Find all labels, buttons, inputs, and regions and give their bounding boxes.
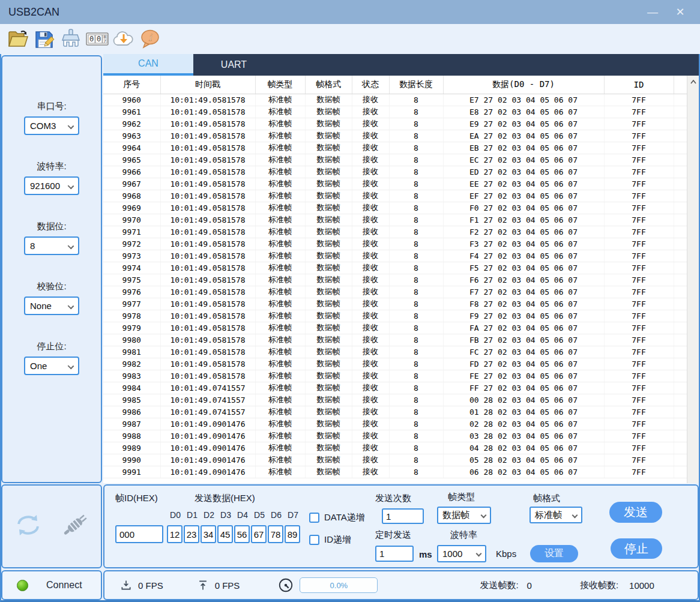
cell-frame-type: 标准帧 bbox=[255, 382, 305, 394]
table-row[interactable]: 996110:01:49.0581578标准帧数据帧接收8E8 27 02 03… bbox=[103, 106, 687, 118]
data-increment-option[interactable]: DATA递增 bbox=[309, 512, 365, 523]
cell-status: 接收 bbox=[352, 250, 389, 262]
table-row[interactable]: 996810:01:49.0581578标准帧数据帧接收8EF 27 02 03… bbox=[103, 190, 687, 202]
tab-uart[interactable]: UART bbox=[193, 54, 274, 76]
table-row[interactable]: 997010:01:49.0581578标准帧数据帧接收8F1 27 02 03… bbox=[103, 214, 687, 226]
cell-dlc: 8 bbox=[389, 238, 443, 250]
config-button[interactable]: 设置 bbox=[530, 545, 578, 562]
connect-bar[interactable]: Connect bbox=[1, 570, 102, 600]
cell-timestamp: 10:01:49.0581578 bbox=[160, 142, 255, 154]
save-file-icon[interactable] bbox=[32, 27, 56, 51]
table-row[interactable]: 997210:01:49.0581578标准帧数据帧接收8F3 27 02 03… bbox=[103, 238, 687, 250]
frame-id-input[interactable] bbox=[115, 525, 163, 543]
cell-seq: 9978 bbox=[103, 310, 160, 322]
parity-select[interactable]: None bbox=[24, 296, 79, 315]
frame-format-label: 帧格式 bbox=[533, 493, 560, 504]
send-data-label: 发送数据(HEX) bbox=[195, 493, 255, 504]
table-row[interactable]: 998310:01:49.0581578标准帧数据帧接收8FE 27 02 03… bbox=[103, 370, 687, 382]
cell-seq: 9972 bbox=[103, 238, 160, 250]
cell-dlc: 8 bbox=[389, 250, 443, 262]
serial-port-value: COM3 bbox=[30, 121, 56, 131]
table-row[interactable]: 998810:01:49.0901476标准帧数据帧接收803 28 02 03… bbox=[103, 430, 687, 442]
table-row[interactable]: 996510:01:49.0581578标准帧数据帧接收8EC 27 02 03… bbox=[103, 154, 687, 166]
table-row[interactable]: 998510:01:49.0741557标准帧数据帧接收800 28 02 03… bbox=[103, 394, 687, 406]
frame-type-select[interactable]: 数据帧 bbox=[437, 507, 491, 524]
serial-port-select[interactable]: COM3 bbox=[24, 116, 79, 135]
table-row[interactable]: 998710:01:49.0901476标准帧数据帧接收802 28 02 03… bbox=[103, 418, 687, 430]
close-button[interactable]: ✕ bbox=[666, 0, 694, 24]
table-row[interactable]: 996610:01:49.0581578标准帧数据帧接收8ED 27 02 03… bbox=[103, 166, 687, 178]
byte-input-d4[interactable] bbox=[234, 525, 250, 543]
table-row[interactable]: 997710:01:49.0581578标准帧数据帧接收8F8 27 02 03… bbox=[103, 298, 687, 310]
id-increment-checkbox[interactable] bbox=[309, 535, 319, 545]
scroll-up-arrow[interactable] bbox=[687, 76, 699, 88]
table-row[interactable]: 998410:01:49.0741557标准帧数据帧接收8FF 27 02 03… bbox=[103, 382, 687, 394]
byte-input-d2[interactable] bbox=[201, 525, 216, 543]
table-row[interactable]: 999110:01:49.0901476标准帧数据帧接收806 28 02 03… bbox=[103, 466, 687, 478]
cell-frame-format: 数据帧 bbox=[305, 406, 352, 418]
timed-send-input[interactable] bbox=[375, 546, 414, 562]
table-row[interactable]: 997810:01:49.0581578标准帧数据帧接收8F9 27 02 03… bbox=[103, 310, 687, 322]
open-file-icon[interactable] bbox=[6, 27, 30, 51]
stop-bits-select[interactable]: One bbox=[24, 357, 79, 375]
connector-plug-icon[interactable] bbox=[59, 511, 91, 541]
about-info-icon[interactable]: i bbox=[138, 27, 162, 51]
cell-status: 接收 bbox=[352, 346, 389, 358]
table-row[interactable]: 997310:01:49.0581578标准帧数据帧接收8F4 27 02 03… bbox=[103, 250, 687, 262]
table-row[interactable]: 996910:01:49.0581578标准帧数据帧接收8F0 27 02 03… bbox=[103, 202, 687, 214]
byte-input-d5[interactable] bbox=[251, 525, 267, 543]
table-row[interactable]: 998610:01:49.0741557标准帧数据帧接收801 28 02 03… bbox=[103, 406, 687, 418]
minimize-button[interactable]: — bbox=[639, 0, 666, 24]
table-row[interactable]: 997510:01:49.0581578标准帧数据帧接收8F6 27 02 03… bbox=[103, 274, 687, 286]
tab-can[interactable]: CAN bbox=[103, 54, 193, 76]
cell-id: 7FF bbox=[604, 466, 674, 478]
table-row[interactable]: 997610:01:49.0581578标准帧数据帧接收8F7 27 02 03… bbox=[103, 286, 687, 298]
frame-format-select[interactable]: 标准帧 bbox=[530, 507, 582, 523]
send-button[interactable]: 发送 bbox=[609, 502, 662, 523]
data-increment-checkbox[interactable] bbox=[309, 513, 319, 523]
frame-counter-icon[interactable]: 0 0 8 7 bbox=[85, 27, 109, 51]
table-row[interactable]: 997910:01:49.0581578标准帧数据帧接收8FA 27 02 03… bbox=[103, 322, 687, 334]
refresh-ports-icon[interactable] bbox=[13, 511, 44, 541]
cell-status: 接收 bbox=[352, 166, 389, 178]
cell-filler bbox=[674, 334, 687, 346]
table-row[interactable]: 998010:01:49.0581578标准帧数据帧接收8FB 27 02 03… bbox=[103, 334, 687, 346]
cell-frame-format: 数据帧 bbox=[305, 226, 352, 238]
byte-input-d1[interactable] bbox=[184, 525, 199, 543]
cell-dlc: 8 bbox=[389, 178, 443, 190]
clear-list-icon[interactable] bbox=[59, 27, 83, 51]
table-row[interactable]: 996410:01:49.0581578标准帧数据帧接收8EB 27 02 03… bbox=[103, 142, 687, 154]
table-row[interactable]: 996310:01:49.0581578标准帧数据帧接收8EA 27 02 03… bbox=[103, 130, 687, 142]
cell-id: 7FF bbox=[604, 106, 674, 118]
send-count-input[interactable] bbox=[382, 508, 424, 524]
byte-input-d3[interactable] bbox=[217, 525, 233, 543]
table-row[interactable]: 996010:01:49.0581578标准帧数据帧接收8E7 27 02 03… bbox=[103, 94, 687, 106]
byte-input-d6[interactable] bbox=[268, 525, 283, 543]
cell-status: 接收 bbox=[352, 94, 389, 106]
cloud-download-icon[interactable] bbox=[112, 27, 136, 51]
data-bits-select[interactable]: 8 bbox=[24, 236, 79, 255]
table-scrollbar[interactable] bbox=[687, 76, 699, 483]
cell-filler bbox=[674, 166, 687, 178]
stop-button[interactable]: 停止 bbox=[611, 538, 662, 559]
cell-filler bbox=[674, 466, 687, 478]
table-row[interactable]: 998210:01:49.0581578标准帧数据帧接收8FD 27 02 03… bbox=[103, 358, 687, 370]
table-row[interactable]: 997410:01:49.0581578标准帧数据帧接收8F5 27 02 03… bbox=[103, 262, 687, 274]
table-row[interactable]: 996210:01:49.0581578标准帧数据帧接收8E9 27 02 03… bbox=[103, 118, 687, 130]
cell-frame-type: 标准帧 bbox=[255, 322, 305, 334]
id-increment-option[interactable]: ID递增 bbox=[309, 534, 351, 546]
table-row[interactable]: 997110:01:49.0581578标准帧数据帧接收8F2 27 02 03… bbox=[103, 226, 687, 238]
cell-frame-type: 标准帧 bbox=[255, 442, 305, 454]
table-row[interactable]: 998110:01:49.0581578标准帧数据帧接收8FC 27 02 03… bbox=[103, 346, 687, 358]
table-row[interactable]: 996710:01:49.0581578标准帧数据帧接收8EE 27 02 03… bbox=[103, 178, 687, 190]
byte-input-d0[interactable] bbox=[167, 525, 183, 543]
table-row[interactable]: 999010:01:49.0901476标准帧数据帧接收805 28 02 03… bbox=[103, 454, 687, 466]
cell-frame-type: 标准帧 bbox=[255, 118, 305, 130]
table-row[interactable]: 998910:01:49.0901476标准帧数据帧接收804 28 02 03… bbox=[103, 442, 687, 454]
byte-input-d7[interactable] bbox=[285, 525, 300, 543]
can-baud-select[interactable]: 1000 bbox=[437, 545, 486, 562]
tab-bar: CAN UART bbox=[103, 54, 699, 76]
baud-rate-select[interactable]: 921600 bbox=[24, 176, 79, 195]
cell-frame-type: 标准帧 bbox=[255, 94, 305, 106]
frame-table: 序号 时间戳 帧类型 帧格式 状态 数据长度 数据(D0 - D7) ID 99… bbox=[103, 76, 687, 483]
